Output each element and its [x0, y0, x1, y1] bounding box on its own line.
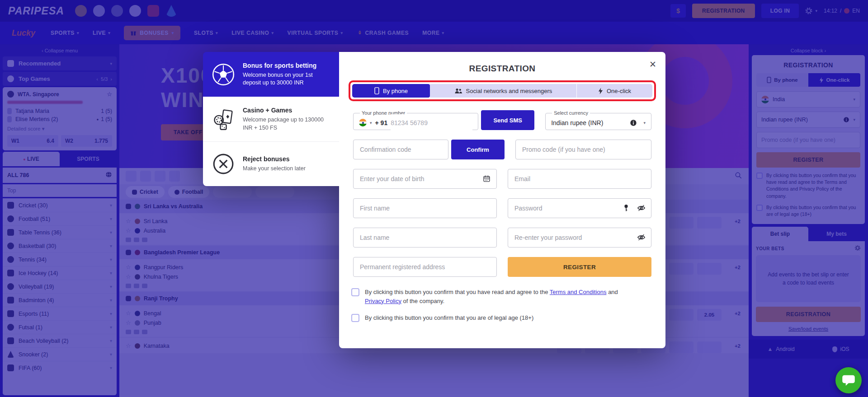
phone-icon	[374, 87, 379, 94]
repeat-password-input[interactable]	[508, 228, 651, 248]
privacy-policy-link[interactable]: Privacy Policy	[365, 298, 401, 304]
bonus-desc: Welcome package up to 130000 INR + 150 F…	[243, 116, 331, 132]
age-checkbox[interactable]	[351, 314, 359, 322]
confirmation-code-input[interactable]	[353, 140, 448, 159]
bonus-desc: Welcome bonus on your 1st deposit up to …	[243, 71, 331, 87]
bonus-option-reject[interactable]: Reject bonuses Make your selection later	[203, 141, 339, 186]
currency-value: Indian rupee (INR)	[551, 119, 627, 126]
age-checkbox-row: By clicking this button you confirm that…	[351, 313, 653, 322]
tab-social-networks[interactable]: Social networks and messengers	[430, 84, 576, 98]
india-flag-icon	[359, 119, 367, 126]
last-name-input[interactable]	[353, 228, 497, 248]
eye-off-icon[interactable]	[637, 204, 646, 214]
football-icon	[210, 62, 236, 87]
bonus-title: Casino + Games	[243, 107, 331, 114]
users-icon	[454, 88, 462, 94]
phone-number-field[interactable]: Your phone number ▾ + 91	[353, 110, 478, 130]
eye-off-icon[interactable]	[637, 234, 646, 243]
close-icon[interactable]: ✕	[649, 59, 656, 70]
bonus-selector: Bonus for sports betting Welcome bonus o…	[203, 52, 339, 186]
password-input[interactable]	[508, 198, 651, 218]
chat-bubble-icon	[842, 374, 855, 387]
registration-modal: Bonus for sports betting Welcome bonus o…	[203, 52, 665, 348]
address-input[interactable]	[353, 257, 497, 277]
registration-method-tabs: By phone Social networks and messengers …	[352, 84, 652, 98]
first-name-input[interactable]	[353, 198, 497, 218]
live-chat-button[interactable]	[835, 367, 862, 393]
page: PARIPESA $ REGISTRATION LOG IN ▾ 14:12 /…	[0, 0, 868, 397]
chevron-down-icon[interactable]: ▾	[370, 121, 372, 125]
calendar-icon[interactable]	[483, 175, 491, 184]
confirm-button[interactable]: Confirm	[451, 140, 505, 159]
bolt-icon	[598, 88, 603, 94]
terms-text: of the company.	[401, 298, 444, 304]
tab-one-click[interactable]: One-click	[576, 84, 652, 98]
bonus-title: Reject bonuses	[243, 155, 306, 163]
date-of-birth-input[interactable]	[353, 169, 497, 189]
terms-text: and	[607, 289, 618, 295]
casino-cards-icon	[210, 107, 236, 131]
info-icon[interactable]	[630, 119, 637, 126]
modal-title: REGISTRATION	[339, 64, 665, 74]
bonus-title: Bonus for sports betting	[243, 62, 331, 69]
bonus-option-sports[interactable]: Bonus for sports betting Welcome bonus o…	[203, 52, 339, 97]
phone-input[interactable]	[391, 114, 472, 131]
currency-select[interactable]: Select currency Indian rupee (INR) ▾	[545, 110, 651, 130]
email-input[interactable]	[508, 169, 651, 189]
bonus-option-casino[interactable]: Casino + Games Welcome package up to 130…	[203, 97, 339, 141]
tab-by-phone[interactable]: By phone	[352, 84, 430, 98]
send-sms-button[interactable]: Send SMS	[481, 110, 534, 130]
chevron-down-icon[interactable]: ▾	[643, 121, 646, 125]
reject-x-circle-icon	[210, 153, 236, 175]
currency-field-label: Select currency	[552, 110, 590, 116]
bonus-desc: Make your selection later	[243, 165, 306, 173]
terms-text: By clicking this button you confirm that…	[365, 289, 550, 295]
registration-form: ✕ REGISTRATION By phone Social networks …	[339, 52, 665, 348]
phone-country-code: + 91	[375, 119, 388, 126]
terms-checkbox-row: By clicking this button you confirm that…	[351, 288, 653, 305]
tabs-highlight-annotation: By phone Social networks and messengers …	[349, 80, 656, 101]
promo-code-input[interactable]	[515, 140, 651, 159]
age-text: By clicking this button you confirm that…	[365, 313, 533, 322]
terms-checkbox[interactable]	[351, 288, 359, 296]
generate-password-key-icon[interactable]	[623, 204, 630, 214]
terms-and-conditions-link[interactable]: Terms and Conditions	[550, 289, 607, 295]
register-button[interactable]: REGISTER	[508, 257, 651, 277]
